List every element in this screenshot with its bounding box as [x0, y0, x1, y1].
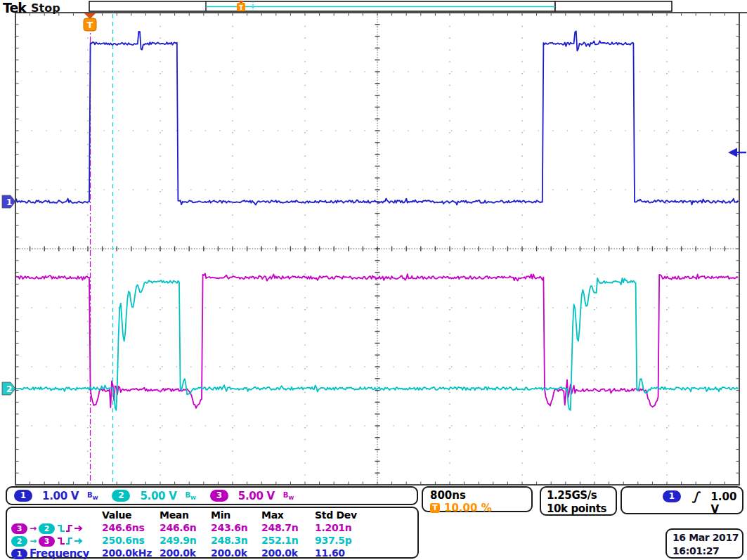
trigger-position: 10.00 % — [444, 502, 492, 514]
svg-text:T: T — [239, 4, 244, 11]
channel-1-badge: 1 — [11, 549, 27, 559]
timebase-readout: 800ns T 10.00 % — [422, 486, 533, 512]
meas-min: 243.6n — [211, 522, 247, 533]
acquisition-readout: 1.25GS/s 10k points — [540, 486, 617, 516]
measurement-row-frequency: 1 Frequency 200.0kHz 200.0k 200.0k 200.0… — [7, 547, 417, 560]
meas-max: 200.0k — [261, 547, 298, 559]
date: 16 Mar 2017 — [673, 531, 742, 545]
acquisition-status: Stop — [31, 1, 60, 15]
channel-3-badge: 3 — [11, 523, 27, 534]
svg-text:2: 2 — [6, 384, 12, 394]
arrow-icon: → — [30, 536, 37, 546]
oscilloscope-screen: TT12 Tek Stop 1 1.00 V BW 2 5.00 V BW 3 … — [0, 0, 747, 560]
channel-1-badge[interactable]: 1 — [14, 490, 32, 502]
channel-2-badge: 2 — [39, 523, 55, 534]
measurement-row-delay-3-2: 3 → 2 246.6ns 246.6n 243.6n 248.7n 1.201… — [7, 522, 417, 535]
bandwidth-limit-icon: BW — [87, 491, 98, 501]
tek-logo: Tek — [3, 0, 26, 15]
bandwidth-limit-icon: BW — [283, 491, 294, 501]
meas-value: 200.0kHz — [102, 547, 152, 559]
channel-2-badge: 2 — [11, 536, 27, 547]
measurement-headers: Value Mean Min Max Std Dev — [7, 509, 417, 521]
measurement-row-delay-2-3: 2 → 3 250.6ns 249.9n 248.3n 252.1n 937.5… — [7, 535, 417, 547]
channel-2-badge[interactable]: 2 — [112, 490, 130, 502]
channel-1-ground-marker[interactable]: 1 — [2, 195, 15, 208]
channel-scale-readout: 1 1.00 V BW 2 5.00 V BW 3 5.00 V BW — [6, 486, 418, 505]
delay-measure-icon — [57, 536, 85, 546]
sample-rate: 1.25GS/s — [547, 489, 616, 502]
meas-min: 248.3n — [211, 535, 247, 546]
trigger-icon: T — [430, 503, 440, 513]
measurement-table: Value Mean Min Max Std Dev 3 → 2 246.6ns… — [6, 507, 419, 559]
channel-2-ground-marker[interactable]: 2 — [2, 382, 15, 395]
trigger-level: 1.00 V — [710, 490, 736, 516]
record-length: 10k points — [547, 502, 616, 516]
record-view-bar-2 — [555, 1, 672, 11]
channel-1-scale: 1.00 V — [42, 490, 79, 502]
meas-mean: 200.0k — [160, 547, 196, 559]
meas-mean: 249.9n — [160, 535, 196, 546]
meas-stddev: 1.201n — [315, 522, 351, 533]
channel-3-badge[interactable]: 3 — [210, 490, 228, 502]
svg-text:1: 1 — [6, 197, 12, 207]
delay-measure-icon — [57, 523, 85, 533]
channel-3-scale: 5.00 V — [238, 490, 275, 502]
timebase-scale: 800ns — [430, 489, 531, 502]
measurement-label: Frequency — [30, 547, 89, 560]
time: 16:01:27 — [673, 545, 742, 558]
channel-2-scale: 5.00 V — [140, 490, 176, 502]
meas-stddev: 937.5p — [315, 535, 352, 546]
datetime-readout: 16 Mar 2017 16:01:27 — [665, 528, 743, 559]
waveform-display: TT12 — [0, 0, 747, 486]
meas-stddev: 11.60 — [315, 547, 345, 559]
trigger-readout: 1 ∫ 1.00 V — [621, 486, 743, 514]
rising-edge-icon: ∫ — [692, 489, 699, 503]
meas-mean: 246.6n — [160, 522, 196, 533]
bandwidth-limit-icon: BW — [185, 491, 195, 501]
meas-value: 250.6ns — [102, 535, 144, 546]
meas-max: 248.7n — [261, 522, 298, 533]
trigger-source-badge: 1 — [663, 490, 681, 502]
svg-text:T: T — [87, 20, 93, 30]
arrow-icon: → — [30, 523, 37, 533]
meas-max: 252.1n — [261, 535, 298, 546]
meas-value: 246.6ns — [102, 522, 144, 533]
meas-min: 200.0k — [211, 547, 247, 559]
channel-3-badge: 3 — [39, 536, 55, 547]
